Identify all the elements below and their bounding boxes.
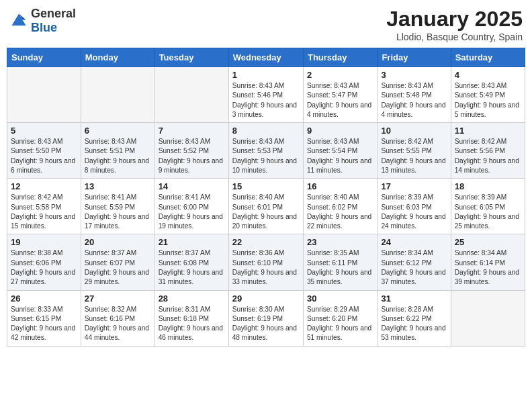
day-info: Sunrise: 8:29 AM Sunset: 6:20 PM Dayligh…	[307, 305, 373, 343]
day-number: 15	[232, 181, 300, 191]
day-info: Sunrise: 8:42 AM Sunset: 5:56 PM Dayligh…	[455, 137, 521, 175]
calendar-day-cell: 25Sunrise: 8:34 AM Sunset: 6:14 PM Dayli…	[451, 234, 525, 290]
calendar-day-cell	[7, 67, 81, 123]
logo-blue-text: Blue	[31, 21, 57, 34]
day-number: 21	[159, 237, 225, 247]
day-number: 8	[232, 126, 300, 136]
day-number: 20	[85, 237, 151, 247]
calendar-day-cell: 2Sunrise: 8:43 AM Sunset: 5:47 PM Daylig…	[303, 67, 377, 123]
day-number: 29	[232, 293, 300, 304]
calendar-day-cell: 11Sunrise: 8:42 AM Sunset: 5:56 PM Dayli…	[451, 123, 525, 179]
month-title: January 2025	[386, 7, 523, 32]
day-number: 23	[307, 237, 373, 247]
day-number: 14	[159, 181, 225, 191]
weekday-header-saturday: Saturday	[451, 48, 525, 67]
day-info: Sunrise: 8:42 AM Sunset: 5:55 PM Dayligh…	[381, 137, 447, 175]
calendar-day-cell: 9Sunrise: 8:43 AM Sunset: 5:54 PM Daylig…	[303, 123, 377, 179]
day-info: Sunrise: 8:33 AM Sunset: 6:15 PM Dayligh…	[11, 305, 77, 343]
calendar-day-cell: 13Sunrise: 8:41 AM Sunset: 5:59 PM Dayli…	[81, 179, 154, 234]
day-number: 18	[455, 181, 521, 191]
calendar-table: SundayMondayTuesdayWednesdayThursdayFrid…	[7, 48, 525, 347]
day-info: Sunrise: 8:43 AM Sunset: 5:53 PM Dayligh…	[232, 137, 300, 175]
weekday-header-monday: Monday	[81, 48, 154, 67]
day-number: 11	[455, 126, 521, 136]
calendar-day-cell: 7Sunrise: 8:43 AM Sunset: 5:52 PM Daylig…	[154, 123, 228, 179]
calendar-day-cell: 27Sunrise: 8:32 AM Sunset: 6:16 PM Dayli…	[81, 290, 154, 346]
calendar-day-cell: 5Sunrise: 8:43 AM Sunset: 5:50 PM Daylig…	[7, 123, 81, 179]
day-number: 7	[159, 126, 225, 136]
calendar-day-cell: 12Sunrise: 8:42 AM Sunset: 5:58 PM Dayli…	[7, 179, 81, 234]
calendar-day-cell: 21Sunrise: 8:37 AM Sunset: 6:08 PM Dayli…	[154, 234, 228, 290]
day-info: Sunrise: 8:35 AM Sunset: 6:11 PM Dayligh…	[307, 248, 373, 287]
calendar-day-cell: 6Sunrise: 8:43 AM Sunset: 5:51 PM Daylig…	[81, 123, 154, 179]
day-number: 12	[11, 181, 77, 191]
day-info: Sunrise: 8:39 AM Sunset: 6:05 PM Dayligh…	[455, 193, 521, 231]
calendar-day-cell	[154, 67, 228, 123]
day-info: Sunrise: 8:30 AM Sunset: 6:19 PM Dayligh…	[232, 305, 300, 343]
calendar-day-cell: 18Sunrise: 8:39 AM Sunset: 6:05 PM Dayli…	[451, 179, 525, 234]
calendar-day-cell: 4Sunrise: 8:43 AM Sunset: 5:49 PM Daylig…	[451, 67, 525, 123]
day-number: 6	[85, 126, 151, 136]
day-info: Sunrise: 8:43 AM Sunset: 5:47 PM Dayligh…	[307, 81, 373, 120]
day-info: Sunrise: 8:43 AM Sunset: 5:49 PM Dayligh…	[455, 81, 521, 120]
day-info: Sunrise: 8:41 AM Sunset: 5:59 PM Dayligh…	[85, 193, 151, 231]
calendar-day-cell: 17Sunrise: 8:39 AM Sunset: 6:03 PM Dayli…	[378, 179, 451, 234]
calendar-day-cell: 20Sunrise: 8:37 AM Sunset: 6:07 PM Dayli…	[81, 234, 154, 290]
calendar-day-cell: 23Sunrise: 8:35 AM Sunset: 6:11 PM Dayli…	[303, 234, 377, 290]
day-number: 10	[381, 126, 447, 136]
day-number: 9	[307, 126, 373, 136]
day-info: Sunrise: 8:34 AM Sunset: 6:14 PM Dayligh…	[455, 248, 521, 287]
day-number: 4	[455, 70, 521, 80]
calendar-day-cell: 30Sunrise: 8:29 AM Sunset: 6:20 PM Dayli…	[303, 290, 377, 346]
day-number: 26	[11, 293, 77, 304]
day-info: Sunrise: 8:38 AM Sunset: 6:06 PM Dayligh…	[11, 248, 77, 287]
page-header: General Blue January 2025 Llodio, Basque…	[7, 7, 525, 42]
day-number: 3	[381, 70, 447, 80]
calendar-day-cell: 10Sunrise: 8:42 AM Sunset: 5:55 PM Dayli…	[378, 123, 451, 179]
calendar-week-row: 5Sunrise: 8:43 AM Sunset: 5:50 PM Daylig…	[7, 123, 525, 179]
calendar-day-cell	[451, 290, 525, 346]
day-info: Sunrise: 8:43 AM Sunset: 5:52 PM Dayligh…	[159, 137, 225, 175]
day-info: Sunrise: 8:40 AM Sunset: 6:01 PM Dayligh…	[232, 193, 300, 231]
day-number: 22	[232, 237, 300, 247]
day-number: 28	[159, 293, 225, 304]
weekday-header-friday: Friday	[378, 48, 451, 67]
day-number: 17	[381, 181, 447, 191]
day-info: Sunrise: 8:41 AM Sunset: 6:00 PM Dayligh…	[159, 193, 225, 231]
weekday-header-thursday: Thursday	[303, 48, 377, 67]
day-info: Sunrise: 8:34 AM Sunset: 6:12 PM Dayligh…	[381, 248, 447, 287]
logo-icon	[9, 11, 28, 30]
calendar-day-cell: 28Sunrise: 8:31 AM Sunset: 6:18 PM Dayli…	[154, 290, 228, 346]
day-info: Sunrise: 8:42 AM Sunset: 5:58 PM Dayligh…	[11, 193, 77, 231]
calendar-day-cell: 24Sunrise: 8:34 AM Sunset: 6:12 PM Dayli…	[378, 234, 451, 290]
day-info: Sunrise: 8:40 AM Sunset: 6:02 PM Dayligh…	[307, 193, 373, 231]
day-number: 1	[232, 70, 300, 80]
day-number: 5	[11, 126, 77, 136]
calendar-day-cell: 14Sunrise: 8:41 AM Sunset: 6:00 PM Dayli…	[154, 179, 228, 234]
day-info: Sunrise: 8:43 AM Sunset: 5:48 PM Dayligh…	[381, 81, 447, 120]
day-info: Sunrise: 8:43 AM Sunset: 5:50 PM Dayligh…	[11, 137, 77, 175]
calendar-day-cell: 1Sunrise: 8:43 AM Sunset: 5:46 PM Daylig…	[228, 67, 303, 123]
day-info: Sunrise: 8:36 AM Sunset: 6:10 PM Dayligh…	[232, 248, 300, 287]
weekday-header-tuesday: Tuesday	[154, 48, 228, 67]
day-number: 19	[11, 237, 77, 247]
day-info: Sunrise: 8:32 AM Sunset: 6:16 PM Dayligh…	[85, 305, 151, 343]
day-info: Sunrise: 8:37 AM Sunset: 6:08 PM Dayligh…	[159, 248, 225, 287]
calendar-day-cell: 31Sunrise: 8:28 AM Sunset: 6:22 PM Dayli…	[378, 290, 451, 346]
calendar-day-cell: 19Sunrise: 8:38 AM Sunset: 6:06 PM Dayli…	[7, 234, 81, 290]
day-number: 31	[381, 293, 447, 304]
day-info: Sunrise: 8:28 AM Sunset: 6:22 PM Dayligh…	[381, 305, 447, 343]
day-info: Sunrise: 8:37 AM Sunset: 6:07 PM Dayligh…	[85, 248, 151, 287]
calendar-day-cell: 8Sunrise: 8:43 AM Sunset: 5:53 PM Daylig…	[228, 123, 303, 179]
calendar-day-cell: 22Sunrise: 8:36 AM Sunset: 6:10 PM Dayli…	[228, 234, 303, 290]
day-info: Sunrise: 8:39 AM Sunset: 6:03 PM Dayligh…	[381, 193, 447, 231]
location-title: Llodio, Basque Country, Spain	[386, 32, 523, 42]
title-block: January 2025 Llodio, Basque Country, Spa…	[386, 7, 523, 42]
day-number: 2	[307, 70, 373, 80]
weekday-header-sunday: Sunday	[7, 48, 81, 67]
weekday-header-wednesday: Wednesday	[228, 48, 303, 67]
day-info: Sunrise: 8:43 AM Sunset: 5:54 PM Dayligh…	[307, 137, 373, 175]
day-number: 25	[455, 237, 521, 247]
calendar-day-cell	[81, 67, 154, 123]
calendar-day-cell: 3Sunrise: 8:43 AM Sunset: 5:48 PM Daylig…	[378, 67, 451, 123]
